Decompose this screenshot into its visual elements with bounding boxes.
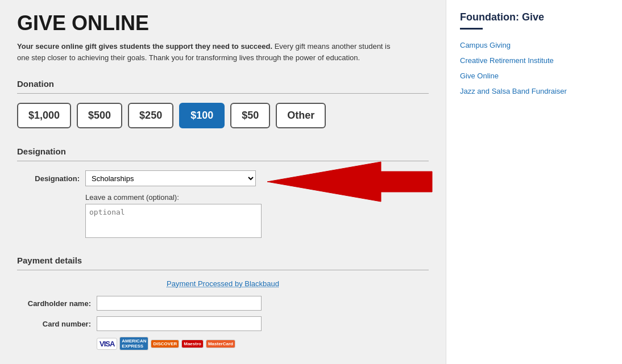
donation-btn-250[interactable]: $250 (128, 103, 173, 128)
sidebar-item-creative-retirement[interactable]: Creative Retirement Institute (460, 53, 608, 68)
designation-section-header: Designation (17, 142, 429, 161)
comment-textarea[interactable] (85, 204, 262, 238)
donation-btn-1000[interactable]: $1,000 (17, 103, 71, 128)
discover-logo: DISCOVER (151, 340, 179, 348)
sidebar-item-jazz-salsa[interactable]: Jazz and Salsa Band Fundraiser (460, 83, 608, 99)
donation-section: Donation $1,000 $500 $250 $100 $50 Other (17, 74, 429, 128)
intro-paragraph: Your secure online gift gives students t… (17, 41, 404, 63)
card-number-row: Card number: (17, 316, 429, 331)
blackbaud-link[interactable]: Payment Processed by Blackbaud (17, 279, 429, 288)
card-logos-row: VISA AMERICANEXPRESS DISCOVER Maestro Ma… (97, 337, 429, 350)
donation-btn-100[interactable]: $100 (179, 103, 225, 128)
payment-section: Payment details Payment Processed by Bla… (17, 251, 429, 350)
payment-section-header: Payment details (17, 251, 429, 270)
comment-block: Leave a comment (optional): (85, 193, 429, 240)
amex-logo: AMERICANEXPRESS (119, 337, 148, 350)
card-number-input[interactable] (97, 316, 262, 331)
sidebar-title: Foundation: Give (460, 11, 608, 23)
donation-btn-500[interactable]: $500 (77, 103, 122, 128)
mastercard-logo: MasterCard (206, 340, 235, 348)
designation-row: Designation: Scholarships General Fund A… (17, 170, 429, 186)
donation-section-header: Donation (17, 74, 429, 94)
designation-label: Designation: (17, 174, 80, 183)
sidebar-divider (460, 28, 483, 30)
donation-buttons-group: $1,000 $500 $250 $100 $50 Other (17, 103, 429, 128)
card-number-label: Card number: (17, 320, 91, 328)
sidebar: Foundation: Give Campus Giving Creative … (446, 0, 622, 364)
visa-logo: VISA (97, 338, 117, 350)
intro-bold: Your secure online gift gives students t… (17, 42, 272, 51)
cardholder-label: Cardholder name: (17, 299, 91, 308)
donation-btn-other[interactable]: Other (276, 103, 326, 128)
sidebar-item-give-online[interactable]: Give Online (460, 68, 608, 83)
sidebar-item-campus-giving[interactable]: Campus Giving (460, 37, 608, 53)
maestro-logo: Maestro (181, 340, 204, 348)
designation-section: Designation Designation: Scholarships Ge… (17, 142, 429, 240)
page-title: GIVE ONLINE (17, 11, 429, 35)
designation-select[interactable]: Scholarships General Fund Arts Program A… (85, 170, 256, 186)
cardholder-row: Cardholder name: (17, 296, 429, 311)
designation-select-container: Scholarships General Fund Arts Program A… (85, 170, 256, 186)
main-content: GIVE ONLINE Your secure online gift give… (0, 0, 446, 364)
comment-label: Leave a comment (optional): (85, 193, 429, 202)
cardholder-input[interactable] (97, 296, 262, 311)
donation-btn-50[interactable]: $50 (230, 103, 270, 128)
